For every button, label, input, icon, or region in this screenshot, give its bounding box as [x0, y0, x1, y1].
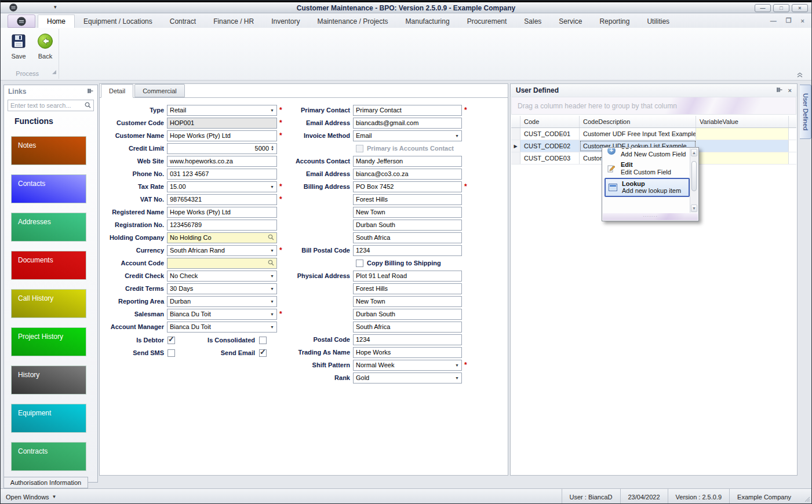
ribbon-tab-sales[interactable]: Sales [515, 14, 550, 28]
customer-name-field[interactable]: Hope Works (Pty) Ltd [167, 130, 277, 141]
side-tab-user-defined[interactable]: User Defined [800, 85, 811, 139]
ribbon-tab-home[interactable]: Home [38, 14, 75, 28]
send-email-checkbox[interactable]: ✓ [259, 349, 267, 357]
postal-code-field[interactable]: 1234 [353, 334, 462, 345]
address-line-field[interactable]: Forest Hills [353, 283, 462, 294]
cell-variable-value[interactable] [696, 128, 789, 140]
cell-description[interactable]: Customer UDF Free Input Text Example [580, 128, 696, 140]
trading-as-name-field[interactable]: Hope Works [353, 347, 462, 358]
is-debtor-checkbox[interactable]: ✓ [168, 337, 175, 344]
address-line-field[interactable]: New Town [353, 296, 462, 307]
child-minimize-button[interactable]: — [770, 17, 777, 24]
magnifier-icon[interactable] [268, 234, 274, 242]
column-header-code[interactable]: Code [520, 116, 580, 127]
address-line-field[interactable]: Forest Hills [353, 194, 462, 205]
address-line-field[interactable]: Durban South [353, 220, 462, 231]
group-by-box[interactable]: Drag a column header here to group by th… [511, 97, 796, 115]
ribbon-tab-utilities[interactable]: Utilities [638, 14, 678, 28]
tax-rate-select[interactable]: 15.00▼ [167, 181, 277, 192]
ribbon-tab-procurement[interactable]: Procurement [458, 14, 516, 28]
registered-name-field[interactable]: Hope Works (Pty) Ltd [167, 207, 277, 218]
credit-limit-stepper[interactable]: 5000▲▼ [167, 143, 277, 154]
cell-code[interactable]: CUST_CODE02 [520, 140, 580, 152]
ribbon-tab-maintenance-projects[interactable]: Maintenance / Projects [309, 14, 397, 28]
address-line-field[interactable]: Durban South [353, 309, 462, 320]
phone-no-field[interactable]: 031 123 4567 [167, 169, 277, 180]
ribbon-tab-inventory[interactable]: Inventory [263, 14, 308, 28]
cell-variable-value[interactable] [696, 140, 789, 152]
web-site-field[interactable]: www.hopeworks.co.za [167, 156, 277, 167]
tab-authorisation-information[interactable]: Authorisation Information [3, 477, 88, 488]
menu-item-udf[interactable]: +UDFAdd New Custom Field [605, 148, 690, 159]
pin-icon[interactable] [777, 87, 782, 94]
application-menu-button[interactable] [8, 14, 35, 28]
scroll-up-icon[interactable]: ▲ [691, 149, 697, 156]
maximize-button[interactable]: □ [773, 4, 789, 12]
menu-item-lookup[interactable]: LookupAdd new lookup item [605, 178, 690, 197]
close-panel-icon[interactable]: × [788, 87, 792, 94]
pin-icon[interactable] [88, 87, 93, 96]
ribbon-tab-contract[interactable]: Contract [161, 14, 205, 28]
credit-terms-select[interactable]: 30 Days▼ [167, 283, 277, 294]
function-button-project-history[interactable]: Project History [11, 327, 86, 356]
minimize-button[interactable]: — [755, 4, 771, 12]
scrollbar-thumb[interactable] [691, 161, 697, 191]
email-address-field[interactable]: biancadts@gmail.com [353, 118, 462, 129]
tab-detail[interactable]: Detail [101, 84, 133, 98]
currency-select[interactable]: South African Rand▼ [167, 245, 277, 256]
cell-code[interactable]: CUST_CODE01 [520, 128, 580, 140]
back-button[interactable]: Back [33, 32, 57, 60]
shift-pattern-select[interactable]: Normal Week▼ [353, 360, 462, 371]
credit-check-select[interactable]: No Check▼ [167, 271, 277, 282]
open-windows-button[interactable]: Open Windows ▼ [6, 494, 57, 501]
cell-code[interactable]: CUST_CODE03 [520, 152, 580, 164]
save-button[interactable]: Save [6, 32, 31, 60]
child-close-button[interactable]: × [801, 17, 804, 24]
scroll-down-icon[interactable]: ▼ [691, 204, 697, 212]
function-button-addresses[interactable]: Addresses [11, 213, 86, 242]
account-code-lookup-field[interactable] [167, 258, 277, 269]
bill-postal-code-field[interactable]: 1234 [353, 245, 462, 256]
column-header-codedescription[interactable]: CodeDescription [580, 116, 696, 127]
invoice-method-select[interactable]: Email▼ [353, 130, 462, 141]
primary-contact-field[interactable]: Primary Contact [353, 105, 462, 116]
spin-down-icon[interactable]: ▼ [271, 148, 274, 151]
ribbon-tab-equipment-locations[interactable]: Equipment / Locations [75, 14, 161, 28]
primary-is-accounts-contact-checkbox[interactable] [356, 145, 363, 152]
child-restore-button[interactable]: ❐ [786, 17, 792, 24]
address-line-field[interactable]: New Town [353, 207, 462, 218]
copy-billing-to-shipping-checkbox[interactable] [356, 260, 363, 267]
function-button-contracts[interactable]: Contracts [11, 442, 86, 471]
column-header-variablevalue[interactable]: VariableValue [696, 116, 789, 127]
ribbon-tab-finance-hr[interactable]: Finance / HR [205, 14, 263, 28]
salesman-select[interactable]: Bianca Du Toit▼ [167, 309, 277, 320]
reporting-area-select[interactable]: Durban▼ [167, 296, 277, 307]
tab-commercial[interactable]: Commercial [134, 84, 185, 97]
billing-address-field[interactable]: PO Box 7452 [353, 181, 462, 192]
physical-address-field[interactable]: Plot 91 Leaf Road [353, 271, 462, 282]
search-icon[interactable] [85, 100, 91, 111]
customer-code-field[interactable]: HOP001 [167, 118, 277, 129]
function-button-equipment[interactable]: Equipment [11, 404, 86, 433]
account-manager-select[interactable]: Bianca Du Toit▼ [167, 322, 277, 333]
menu-resize-grip[interactable]: ······· [603, 213, 698, 220]
magnifier-icon[interactable] [268, 260, 274, 267]
close-button[interactable]: × [792, 4, 808, 12]
function-button-contacts[interactable]: Contacts [11, 174, 86, 203]
function-button-notes[interactable]: Notes [11, 136, 86, 165]
menu-scrollbar[interactable]: ▲ ▼ [690, 148, 698, 213]
menu-item-edit[interactable]: EditEdit Custom Field [605, 159, 690, 177]
address-line-field[interactable]: South Africa [353, 322, 462, 333]
group-dialog-launcher-icon[interactable] [52, 66, 56, 76]
is-consolidated-checkbox[interactable] [259, 337, 267, 344]
resize-grip-icon[interactable] [804, 496, 810, 503]
search-input[interactable] [10, 102, 85, 109]
send-sms-checkbox[interactable] [168, 349, 175, 357]
type-select[interactable]: Retail▼ [167, 105, 277, 116]
registration-no-field[interactable]: 123456789 [167, 220, 277, 231]
address-line-field[interactable]: South Africa [353, 232, 462, 243]
cell-variable-value[interactable] [696, 152, 789, 164]
ribbon-tab-manufacturing[interactable]: Manufacturing [397, 14, 458, 28]
ribbon-tab-reporting[interactable]: Reporting [591, 14, 638, 28]
rank-select[interactable]: Gold▼ [353, 372, 462, 384]
